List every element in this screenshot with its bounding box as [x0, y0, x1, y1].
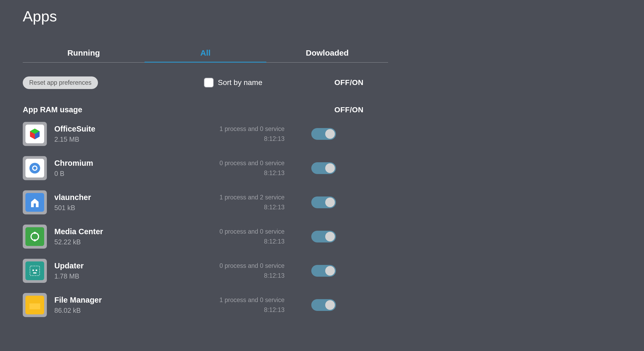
offon-header-label: OFF/ON: [334, 78, 363, 87]
app-detail-column: 1 process and 2 service 8:12:13: [188, 194, 285, 211]
app-text-column: OfficeSuite 2.15 MB: [54, 125, 188, 143]
app-icon: [23, 190, 47, 214]
app-toggle[interactable]: [311, 128, 336, 140]
app-name: OfficeSuite: [54, 125, 188, 133]
app-name: vlauncher: [54, 193, 188, 202]
app-text-column: File Manager 86.02 kB: [54, 296, 188, 314]
content-area: Running All Dowloaded Reset app preferen…: [0, 25, 388, 319]
app-process-info: 1 process and 0 service: [188, 125, 285, 133]
controls-row: Reset app preferences Sort by name OFF/O…: [23, 76, 388, 89]
app-icon: [23, 293, 47, 317]
app-text-column: vlauncher 501 kB: [54, 193, 188, 212]
ram-header-row: App RAM usage OFF/ON: [23, 105, 388, 114]
app-size: 86.02 kB: [54, 307, 188, 314]
tab-downloaded[interactable]: Dowloaded: [266, 44, 388, 62]
app-row[interactable]: OfficeSuite 2.15 MB 1 process and 0 serv…: [23, 120, 388, 148]
app-list: OfficeSuite 2.15 MB 1 process and 0 serv…: [23, 120, 388, 319]
toggle-knob: [325, 300, 335, 310]
toggle-knob: [325, 232, 335, 241]
app-name: Chromium: [54, 159, 188, 168]
app-time: 8:12:13: [188, 306, 285, 314]
toggle-knob: [325, 266, 335, 276]
app-process-info: 0 process and 0 service: [188, 228, 285, 235]
app-detail-column: 0 process and 0 service 8:12:13: [188, 262, 285, 279]
tab-bar: Running All Dowloaded: [23, 44, 388, 63]
app-detail-column: 1 process and 0 service 8:12:13: [188, 125, 285, 142]
app-process-info: 0 process and 0 service: [188, 262, 285, 269]
app-name: File Manager: [54, 296, 188, 304]
svg-point-8: [34, 232, 36, 234]
svg-point-12: [36, 269, 37, 271]
sort-by-name-checkbox[interactable]: [204, 78, 214, 87]
toggle-knob: [325, 129, 335, 139]
app-name: Media Center: [54, 227, 188, 236]
ram-usage-title: App RAM usage: [23, 105, 82, 114]
app-time: 8:12:13: [188, 169, 285, 177]
app-process-info: 0 process and 0 service: [188, 160, 285, 167]
app-row[interactable]: Chromium 0 B 0 process and 0 service 8:1…: [23, 154, 388, 182]
app-time: 8:12:13: [188, 238, 285, 245]
reset-app-preferences-button[interactable]: Reset app preferences: [23, 76, 98, 89]
page-title: Apps: [0, 0, 644, 25]
app-text-column: Updater 1.78 MB: [54, 261, 188, 280]
app-name: Updater: [54, 261, 188, 270]
app-time: 8:12:13: [188, 272, 285, 279]
app-row[interactable]: Media Center 52.22 kB 0 process and 0 se…: [23, 223, 388, 250]
app-row[interactable]: File Manager 86.02 kB 1 process and 0 se…: [23, 291, 388, 319]
app-toggle[interactable]: [311, 162, 336, 174]
svg-point-5: [33, 167, 36, 170]
svg-point-9: [34, 239, 36, 241]
app-size: 0 B: [54, 170, 188, 178]
app-size: 1.78 MB: [54, 272, 188, 280]
svg-rect-14: [29, 303, 40, 309]
tab-running[interactable]: Running: [23, 44, 145, 62]
app-icon: [23, 156, 47, 180]
app-detail-column: 0 process and 0 service 8:12:13: [188, 160, 285, 177]
app-size: 52.22 kB: [54, 238, 188, 246]
app-toggle[interactable]: [311, 196, 336, 208]
toggle-knob: [325, 163, 335, 173]
svg-point-11: [32, 269, 34, 271]
toggle-knob: [325, 198, 335, 207]
app-text-column: Chromium 0 B: [54, 159, 188, 178]
app-time: 8:12:13: [188, 204, 285, 211]
sort-label: Sort by name: [218, 78, 263, 87]
app-detail-column: 0 process and 0 service 8:12:13: [188, 228, 285, 245]
app-toggle[interactable]: [311, 299, 336, 311]
svg-rect-6: [34, 203, 36, 207]
app-text-column: Media Center 52.22 kB: [54, 227, 188, 246]
app-row[interactable]: vlauncher 501 kB 1 process and 2 service…: [23, 188, 388, 216]
app-size: 501 kB: [54, 204, 188, 212]
app-icon: [23, 259, 47, 283]
tab-all[interactable]: All: [145, 44, 266, 62]
app-detail-column: 1 process and 0 service 8:12:13: [188, 296, 285, 314]
app-process-info: 1 process and 2 service: [188, 194, 285, 201]
app-toggle[interactable]: [311, 231, 336, 242]
app-toggle[interactable]: [311, 265, 336, 277]
app-time: 8:12:13: [188, 135, 285, 142]
sort-group: Sort by name: [204, 78, 263, 87]
app-process-info: 1 process and 0 service: [188, 296, 285, 304]
app-row[interactable]: Updater 1.78 MB 0 process and 0 service …: [23, 257, 388, 285]
offon-column-label: OFF/ON: [334, 106, 363, 114]
svg-rect-13: [33, 272, 36, 273]
svg-rect-10: [30, 266, 40, 276]
app-icon: [23, 122, 47, 146]
app-icon: [23, 225, 47, 249]
app-size: 2.15 MB: [54, 136, 188, 143]
